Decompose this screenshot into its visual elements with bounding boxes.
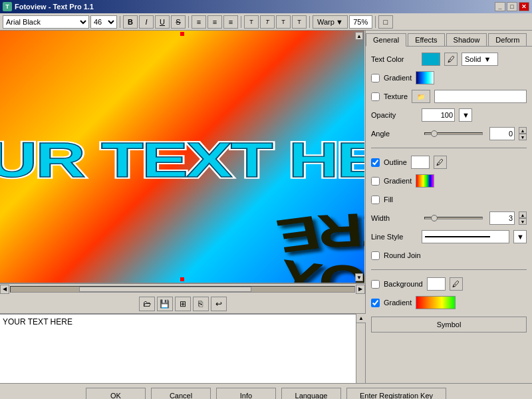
gradient-swatch-bg2[interactable]: [416, 296, 456, 309]
angle-spin-down[interactable]: ▼: [519, 134, 527, 140]
sep1: [120, 16, 120, 28]
width-spin-down[interactable]: ▼: [519, 218, 527, 225]
resize-button[interactable]: ⊞: [175, 297, 191, 311]
warp-button[interactable]: Warp ▼: [313, 15, 348, 29]
background-label: Background: [384, 280, 423, 288]
ok-button[interactable]: OK: [86, 388, 146, 400]
texture-row: Texture 📁: [371, 89, 527, 104]
angle-spin-up[interactable]: ▲: [519, 127, 527, 134]
scroll-up-button[interactable]: ▲: [355, 32, 363, 40]
warp-chevron: ▼: [336, 18, 343, 26]
width-slider-thumb[interactable]: [431, 215, 438, 221]
warp-percent-input[interactable]: [349, 15, 372, 29]
opacity-input[interactable]: [422, 108, 455, 122]
background-eyedropper-button[interactable]: 🖊: [450, 277, 463, 291]
texture-folder-btn[interactable]: 📁: [412, 90, 430, 103]
align-right-button[interactable]: ≡: [223, 15, 238, 29]
text-color-row: Text Color 🖊 Solid ▼: [371, 52, 527, 66]
gradient-label3: Gradient: [384, 299, 412, 307]
info-button[interactable]: Info: [216, 388, 276, 400]
outline-checkbox[interactable]: [371, 158, 380, 167]
hscroll-track[interactable]: [10, 286, 355, 293]
open-file-button[interactable]: 🗁: [139, 297, 155, 311]
background-row: Background 🖊: [371, 277, 527, 291]
angle-row: Angle ▲ ▼: [371, 126, 527, 141]
scroll-right-button[interactable]: ▶: [356, 285, 365, 294]
line-style-dropdown[interactable]: ▼: [513, 230, 527, 243]
italic-button[interactable]: I: [139, 15, 154, 29]
texture-checkbox[interactable]: [371, 92, 380, 101]
text-editor[interactable]: YOUR TEXT HERE: [0, 314, 365, 383]
right-panel: General Effects Shadow Deform Text Color…: [366, 31, 532, 383]
svg-text:YOUR TEXT HERE: YOUR TEXT HERE: [273, 203, 364, 283]
outline-row: Outline 🖊: [371, 155, 527, 170]
maximize-button[interactable]: □: [507, 2, 517, 11]
text-format1-button[interactable]: T: [244, 15, 259, 29]
eyedropper-button[interactable]: 🖊: [444, 53, 458, 66]
line-style-label: Line Style: [371, 233, 418, 241]
angle-slider-thumb[interactable]: [431, 130, 438, 137]
close-button[interactable]: ✕: [519, 2, 529, 11]
opacity-dropdown[interactable]: ▼: [459, 108, 472, 122]
gradient2-checkbox[interactable]: [371, 177, 380, 186]
line-style-line: [425, 236, 490, 237]
angle-slider-track[interactable]: [424, 132, 483, 135]
sep2: [188, 16, 189, 28]
hscroll-thumb[interactable]: [79, 287, 251, 292]
registration-button[interactable]: Enter Registration Key: [346, 388, 446, 400]
outline-color-swatch[interactable]: [411, 156, 430, 169]
symbol-button[interactable]: Symbol: [371, 317, 527, 332]
cancel-button[interactable]: Cancel: [151, 388, 211, 400]
texture-path[interactable]: [434, 90, 527, 103]
gradient-swatch1[interactable]: [416, 71, 434, 84]
canvas-wrapper: YOUR TEXT HERE YOUR TEXT HERE YOUR TEXT …: [0, 31, 364, 283]
copy-button[interactable]: ⎘: [193, 297, 209, 311]
save-button[interactable]: 💾: [157, 297, 173, 311]
background-checkbox[interactable]: [371, 280, 380, 289]
round-join-label: Round Join: [384, 251, 421, 259]
minimize-button[interactable]: _: [495, 2, 505, 11]
width-slider-track[interactable]: [424, 217, 483, 219]
extra-button[interactable]: □: [378, 15, 393, 29]
sep5: [375, 16, 376, 28]
tab-effects[interactable]: Effects: [408, 33, 444, 46]
width-label: Width: [371, 214, 418, 222]
width-spin-up[interactable]: ▲: [519, 211, 527, 218]
scroll-left-button[interactable]: ◀: [0, 285, 9, 294]
gradient-label1: Gradient: [384, 74, 412, 82]
text-format2-button[interactable]: T: [260, 15, 275, 29]
tab-general[interactable]: General: [366, 33, 406, 47]
angle-input[interactable]: [489, 127, 515, 140]
scroll-down-button[interactable]: ▼: [355, 273, 363, 281]
text-format4-button[interactable]: T: [292, 15, 307, 29]
bold-button[interactable]: B: [123, 15, 138, 29]
strikethrough-button[interactable]: S: [171, 15, 186, 29]
gradient-swatch-rainbow[interactable]: [416, 174, 434, 188]
font-size-select[interactable]: 46: [90, 15, 117, 29]
tab-deform[interactable]: Deform: [488, 33, 527, 46]
text-color-label: Text Color: [371, 55, 418, 63]
text-format3-button[interactable]: T: [276, 15, 291, 29]
background-color-swatch[interactable]: [427, 277, 446, 291]
text-scroll-up[interactable]: ▲: [356, 314, 366, 323]
underline-button[interactable]: U: [155, 15, 170, 29]
round-join-checkbox[interactable]: [371, 251, 380, 260]
hscrollbar: ◀ ▶: [0, 283, 365, 294]
align-left-button[interactable]: ≡: [192, 15, 206, 29]
warp-label: Warp: [317, 18, 334, 26]
gradient3-checkbox[interactable]: [371, 299, 380, 307]
align-center-button[interactable]: ≡: [207, 15, 222, 29]
width-input[interactable]: [489, 211, 515, 225]
fill-checkbox[interactable]: [371, 196, 380, 204]
language-button[interactable]: Language: [281, 388, 341, 400]
solid-dropdown[interactable]: Solid ▼: [462, 53, 498, 66]
outline-label: Outline: [384, 158, 407, 166]
undo-button[interactable]: ↩: [211, 297, 227, 311]
gradient-checkbox[interactable]: [371, 74, 380, 82]
font-family-select[interactable]: Arial Black: [3, 15, 89, 29]
text-color-swatch[interactable]: [422, 53, 440, 66]
sep4: [309, 16, 310, 28]
round-join-row: Round Join: [371, 248, 527, 263]
tab-shadow[interactable]: Shadow: [446, 33, 487, 46]
outline-eyedropper-button[interactable]: 🖊: [434, 156, 447, 169]
